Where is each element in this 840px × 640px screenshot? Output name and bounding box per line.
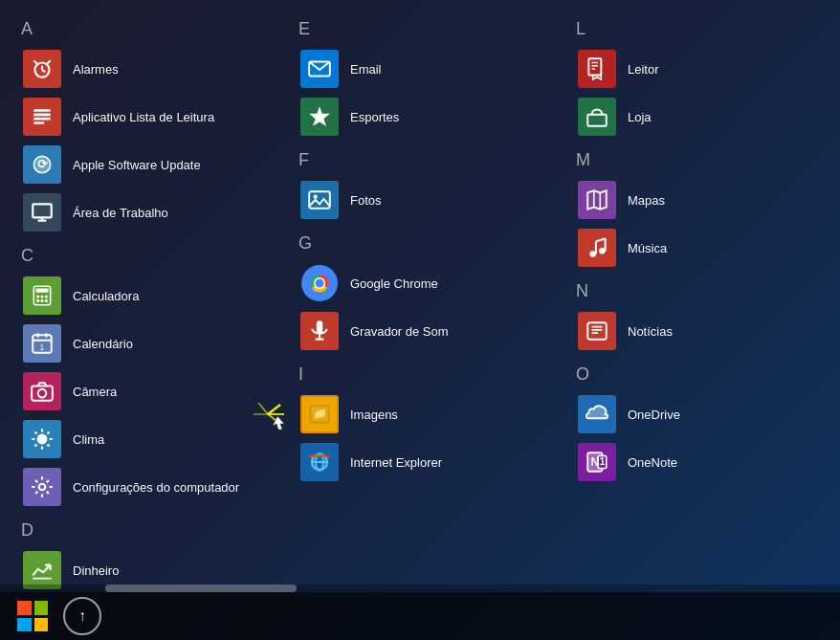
area-trabalho-icon <box>23 193 61 232</box>
svg-rect-66 <box>587 115 607 126</box>
alarmes-icon <box>23 50 61 88</box>
svg-rect-75 <box>587 322 607 339</box>
svg-line-36 <box>47 431 49 433</box>
gravador-label: Gravador de Som <box>350 324 449 339</box>
column-3: L Leitor Loja M <box>574 10 785 630</box>
section-e-header: E <box>297 19 564 39</box>
app-email[interactable]: Email <box>297 45 564 93</box>
app-loja[interactable]: Loja <box>574 93 775 141</box>
app-ie[interactable]: Internet Explorer <box>297 438 564 486</box>
app-alarmes[interactable]: Alarmes <box>19 45 287 93</box>
svg-rect-15 <box>36 288 49 292</box>
app-onedrive[interactable]: OneDrive <box>574 390 775 438</box>
alarmes-label: Alarmes <box>73 62 119 77</box>
calculadora-label: Calculadora <box>73 289 139 303</box>
app-imagens[interactable]: 📁 Imagens <box>297 390 564 438</box>
svg-point-29 <box>37 434 48 445</box>
svg-point-38 <box>39 484 46 491</box>
win-logo-red <box>17 601 32 615</box>
mapas-label: Mapas <box>628 193 665 208</box>
app-calendario[interactable]: 1 Calendário <box>19 320 287 367</box>
dinheiro-label: Dinheiro <box>73 563 119 578</box>
email-label: Email <box>350 62 382 77</box>
mapas-icon <box>578 181 616 219</box>
imagens-icon: 📁 <box>300 395 339 433</box>
section-f-header: F <box>297 150 564 170</box>
reading-list-icon <box>23 98 61 136</box>
svg-line-3 <box>33 60 36 63</box>
scroll-up-button[interactable]: ↑ <box>63 597 101 635</box>
app-apple-update[interactable]: ⟳ Apple Software Update <box>19 141 287 188</box>
svg-line-37 <box>34 444 36 446</box>
area-trabalho-label: Área de Trabalho <box>73 206 168 220</box>
app-chrome[interactable]: Google Chrome <box>297 259 564 307</box>
svg-point-21 <box>45 299 48 302</box>
svg-rect-49 <box>317 320 323 333</box>
email-icon <box>300 50 339 88</box>
windows-logo <box>17 601 48 631</box>
svg-text:1: 1 <box>599 455 605 467</box>
clima-label: Clima <box>73 432 104 447</box>
column-1: A Alarmes <box>19 10 297 630</box>
apple-update-icon: ⟳ <box>23 145 61 184</box>
start-button[interactable] <box>10 593 55 639</box>
svg-text:📁: 📁 <box>313 406 327 420</box>
loja-icon <box>578 98 616 136</box>
fotos-label: Fotos <box>350 193 382 208</box>
app-leitor[interactable]: Leitor <box>574 45 775 93</box>
svg-point-48 <box>316 279 324 288</box>
calculadora-icon <box>23 276 61 315</box>
app-musica[interactable]: Música <box>574 224 775 272</box>
svg-rect-11 <box>33 204 52 217</box>
app-clima[interactable]: Clima <box>19 415 287 463</box>
camera-icon <box>23 372 61 410</box>
svg-point-16 <box>36 295 39 298</box>
onedrive-icon <box>578 395 616 433</box>
win-logo-yellow <box>34 618 49 632</box>
app-mapas[interactable]: Mapas <box>574 176 775 224</box>
svg-line-74 <box>596 238 606 241</box>
section-d-header: D <box>19 520 287 541</box>
scrollbar-thumb[interactable] <box>105 585 297 592</box>
app-fotos[interactable]: Fotos <box>297 176 564 224</box>
app-gravador[interactable]: Gravador de Som <box>297 307 564 355</box>
leitor-icon <box>578 50 616 88</box>
calendario-icon: 1 <box>23 324 61 363</box>
win-logo-green <box>34 601 49 615</box>
svg-point-17 <box>40 295 43 298</box>
svg-line-4 <box>47 60 50 63</box>
app-area-trabalho[interactable]: Área de Trabalho <box>19 188 287 236</box>
musica-icon <box>578 229 616 267</box>
gravador-icon <box>300 312 339 350</box>
app-onenote[interactable]: N 1 OneNote <box>574 438 775 486</box>
svg-point-18 <box>45 295 48 298</box>
svg-rect-62 <box>588 58 601 75</box>
app-list: A Alarmes <box>0 0 840 640</box>
app-esportes[interactable]: Esportes <box>297 93 564 141</box>
loja-label: Loja <box>628 110 652 124</box>
section-a-header: A <box>19 19 287 39</box>
app-camera[interactable]: Câmera <box>19 367 287 415</box>
esportes-icon <box>300 98 339 136</box>
scrollbar-area[interactable] <box>0 585 840 592</box>
section-n-header: N <box>574 281 775 301</box>
column-2: E Email Esportes F <box>297 10 574 630</box>
section-o-header: O <box>574 364 775 385</box>
noticias-label: Notícias <box>628 324 673 339</box>
app-config[interactable]: Configurações do computador <box>19 463 287 511</box>
app-reading-list[interactable]: Aplicativo Lista de Leitura <box>19 93 287 141</box>
ie-label: Internet Explorer <box>350 455 442 470</box>
svg-line-35 <box>47 444 49 446</box>
svg-text:1: 1 <box>40 342 45 352</box>
onenote-label: OneNote <box>628 455 677 470</box>
app-noticias[interactable]: Notícias <box>574 307 775 355</box>
config-icon <box>23 468 61 506</box>
camera-label: Câmera <box>73 385 117 399</box>
svg-point-28 <box>38 389 47 398</box>
app-calculadora[interactable]: Calculadora <box>19 272 287 320</box>
section-i-header: I <box>297 364 564 385</box>
svg-point-44 <box>314 195 318 199</box>
reading-list-label: Aplicativo Lista de Leitura <box>73 110 214 124</box>
section-c-header: C <box>19 246 287 266</box>
musica-label: Música <box>628 241 667 255</box>
